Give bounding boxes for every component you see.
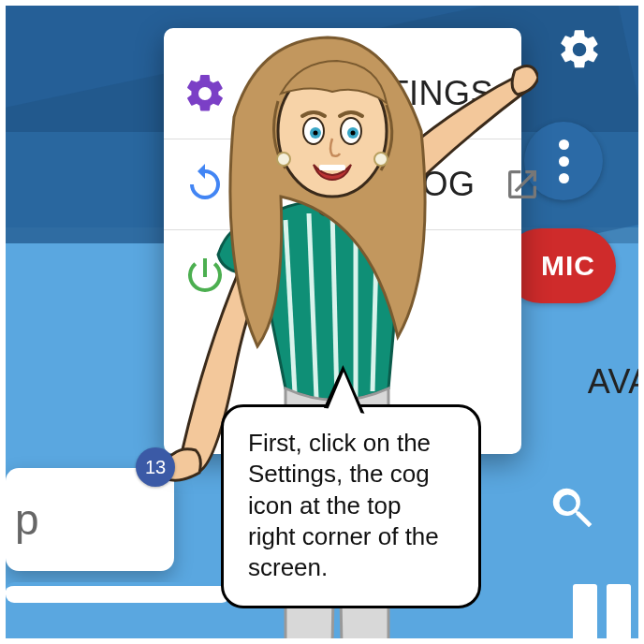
- tutorial-step-text: First, click on the Settings, the cog ic…: [248, 429, 439, 581]
- settings-button[interactable]: [556, 26, 603, 73]
- refresh-icon: [183, 162, 227, 207]
- tutorial-speech-bubble: First, click on the Settings, the cog ic…: [221, 404, 481, 608]
- decorative-bars: [573, 584, 638, 638]
- menu-item-label: LOGOUT: [256, 256, 499, 295]
- menu-separator: [164, 229, 521, 230]
- kebab-dot-icon: [559, 139, 569, 150]
- toolbar-fragment: [6, 582, 230, 603]
- search-icon: [547, 482, 597, 533]
- external-link-icon: [504, 166, 541, 203]
- kebab-dot-icon: [559, 156, 569, 167]
- menu-item-changelog[interactable]: CHANGELOG: [164, 145, 521, 224]
- menu-separator: [164, 139, 521, 139]
- power-icon: [183, 253, 227, 298]
- menu-item-settings[interactable]: SETTINGS: [164, 54, 521, 133]
- kebab-dot-icon: [559, 173, 569, 183]
- gear-icon: [556, 26, 603, 73]
- notification-badge[interactable]: 13: [136, 447, 175, 487]
- badge-count: 13: [145, 457, 166, 478]
- tutorial-screenshot: MIC AVATAR SETTINGS C: [0, 0, 644, 644]
- gear-icon: [183, 71, 227, 116]
- mic-label: MIC: [541, 250, 595, 282]
- menu-item-label: CHANGELOG: [256, 165, 476, 204]
- menu-item-logout[interactable]: LOGOUT: [164, 236, 521, 315]
- menu-item-label: SETTINGS: [256, 74, 499, 113]
- search-button[interactable]: [547, 482, 597, 533]
